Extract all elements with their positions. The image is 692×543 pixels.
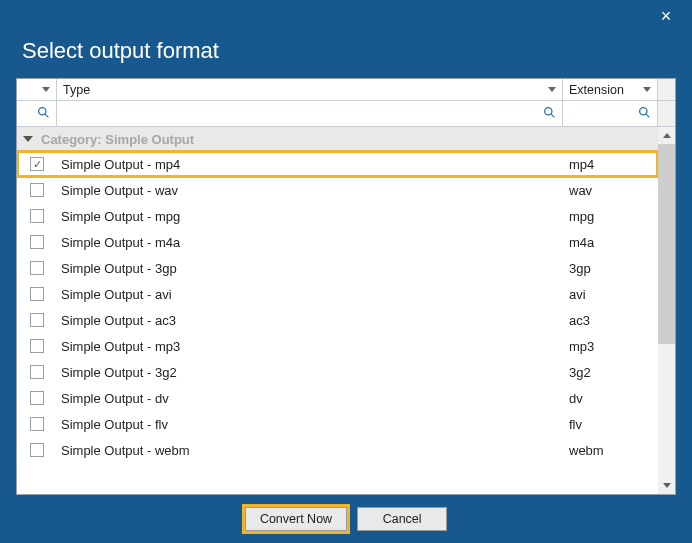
row-checkbox[interactable] (30, 339, 44, 353)
row-checkbox-cell (17, 235, 57, 249)
row-checkbox-cell (17, 339, 57, 353)
row-type-label: Simple Output - 3gp (61, 261, 177, 276)
row-ext-label: 3gp (569, 261, 591, 276)
scroll-thumb[interactable] (658, 144, 675, 344)
table-row[interactable]: Simple Output - wavwav (17, 177, 658, 203)
row-checkbox-cell (17, 313, 57, 327)
row-type-label: Simple Output - dv (61, 391, 169, 406)
row-ext-label: mp4 (569, 157, 594, 172)
header-type[interactable]: Type (57, 79, 563, 100)
convert-now-label: Convert Now (260, 512, 332, 526)
row-type-cell: Simple Output - mpg (57, 209, 563, 224)
svg-point-2 (545, 107, 552, 114)
svg-point-0 (39, 107, 46, 114)
dialog-window: × Select output format Type Extension (0, 0, 692, 543)
row-checkbox[interactable] (30, 391, 44, 405)
scroll-track[interactable] (658, 144, 675, 477)
collapse-icon (23, 136, 33, 142)
svg-line-5 (646, 114, 649, 117)
table-row[interactable]: Simple Output - m4am4a (17, 229, 658, 255)
row-checkbox[interactable] (30, 209, 44, 223)
table-row[interactable]: Simple Output - mp4mp4 (17, 151, 658, 177)
row-checkbox[interactable] (30, 157, 44, 171)
filter-checkbox-cell[interactable] (17, 101, 57, 126)
row-type-label: Simple Output - m4a (61, 235, 180, 250)
format-grid: Type Extension (16, 78, 676, 495)
cancel-button[interactable]: Cancel (357, 507, 447, 531)
row-ext-label: mp3 (569, 339, 594, 354)
filter-extension-cell[interactable] (563, 101, 658, 126)
filter-type-cell[interactable] (57, 101, 563, 126)
row-type-cell: Simple Output - 3g2 (57, 365, 563, 380)
dialog-title: Select output format (0, 32, 692, 78)
row-type-cell: Simple Output - flv (57, 417, 563, 432)
category-row[interactable]: Category: Simple Output (17, 127, 658, 151)
vertical-scrollbar[interactable] (658, 127, 675, 494)
chevron-down-icon (663, 483, 671, 488)
row-ext-label: mpg (569, 209, 594, 224)
row-type-label: Simple Output - mp4 (61, 157, 180, 172)
row-checkbox-cell (17, 209, 57, 223)
row-ext-label: 3g2 (569, 365, 591, 380)
chevron-down-icon (42, 87, 50, 92)
row-checkbox-cell (17, 287, 57, 301)
row-checkbox-cell (17, 391, 57, 405)
table-row[interactable]: Simple Output - mp3mp3 (17, 333, 658, 359)
row-ext-cell: dv (563, 391, 658, 406)
titlebar: × (0, 0, 692, 32)
row-checkbox[interactable] (30, 417, 44, 431)
row-checkbox-cell (17, 261, 57, 275)
close-button[interactable]: × (654, 4, 678, 28)
table-row[interactable]: Simple Output - dvdv (17, 385, 658, 411)
row-type-label: Simple Output - flv (61, 417, 168, 432)
header-scroll-spacer (658, 79, 675, 100)
cancel-label: Cancel (383, 512, 422, 526)
row-checkbox[interactable] (30, 261, 44, 275)
row-type-label: Simple Output - 3g2 (61, 365, 177, 380)
table-row[interactable]: Simple Output - aviavi (17, 281, 658, 307)
table-row[interactable]: Simple Output - mpgmpg (17, 203, 658, 229)
row-ext-cell: m4a (563, 235, 658, 250)
table-row[interactable]: Simple Output - webmwebm (17, 437, 658, 463)
row-ext-label: m4a (569, 235, 594, 250)
scroll-down-button[interactable] (658, 477, 675, 494)
row-ext-label: webm (569, 443, 604, 458)
svg-line-3 (551, 114, 554, 117)
row-type-label: Simple Output - mp3 (61, 339, 180, 354)
row-checkbox[interactable] (30, 313, 44, 327)
header-checkbox-col[interactable] (17, 79, 57, 100)
rows-container: Category: Simple Output Simple Output - … (17, 127, 658, 494)
filter-scroll-spacer (658, 101, 675, 126)
row-checkbox-cell (17, 365, 57, 379)
grid-filter-row (17, 101, 675, 127)
scroll-up-button[interactable] (658, 127, 675, 144)
close-icon: × (661, 7, 672, 25)
row-ext-label: ac3 (569, 313, 590, 328)
row-ext-cell: avi (563, 287, 658, 302)
search-icon (37, 105, 50, 123)
row-checkbox-cell (17, 157, 57, 171)
table-row[interactable]: Simple Output - 3gp3gp (17, 255, 658, 281)
row-type-label: Simple Output - wav (61, 183, 178, 198)
row-type-cell: Simple Output - mp4 (57, 157, 563, 172)
row-ext-cell: mpg (563, 209, 658, 224)
row-ext-cell: webm (563, 443, 658, 458)
row-checkbox[interactable] (30, 365, 44, 379)
row-ext-label: flv (569, 417, 582, 432)
row-type-cell: Simple Output - avi (57, 287, 563, 302)
row-ext-cell: flv (563, 417, 658, 432)
row-checkbox-cell (17, 443, 57, 457)
convert-now-button[interactable]: Convert Now (245, 507, 347, 531)
table-row[interactable]: Simple Output - flvflv (17, 411, 658, 437)
row-checkbox-cell (17, 417, 57, 431)
row-checkbox[interactable] (30, 443, 44, 457)
row-type-cell: Simple Output - ac3 (57, 313, 563, 328)
row-checkbox[interactable] (30, 235, 44, 249)
table-row[interactable]: Simple Output - 3g23g2 (17, 359, 658, 385)
row-type-label: Simple Output - ac3 (61, 313, 176, 328)
header-extension[interactable]: Extension (563, 79, 658, 100)
row-ext-cell: 3g2 (563, 365, 658, 380)
row-checkbox[interactable] (30, 287, 44, 301)
table-row[interactable]: Simple Output - ac3ac3 (17, 307, 658, 333)
row-checkbox[interactable] (30, 183, 44, 197)
